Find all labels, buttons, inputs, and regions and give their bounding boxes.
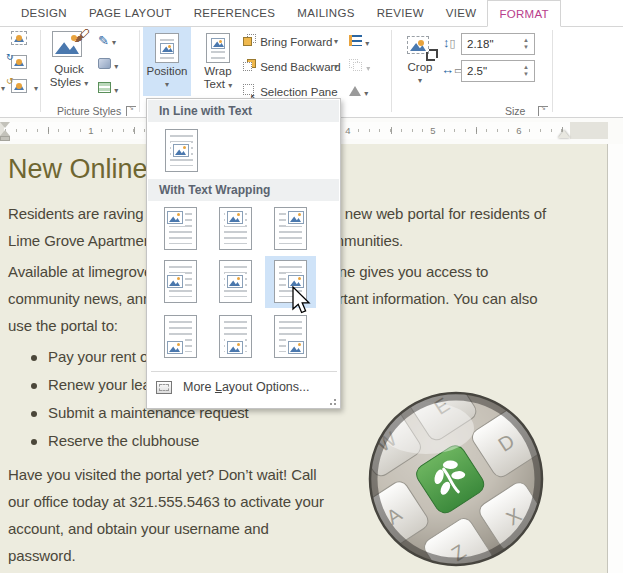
paragraph-line: Have you visited the portal yet? Don’t w…	[8, 466, 317, 483]
shape-height-field[interactable]: 2.18" ▲▼	[461, 33, 535, 55]
send-backward-icon	[243, 59, 257, 71]
picture-border-icon: ✎	[98, 33, 109, 48]
shape-height-icon: ↕▯	[443, 35, 456, 50]
chevron-down-icon: ▾	[228, 81, 232, 90]
picture-styles-dialog-launcher[interactable]	[126, 106, 136, 116]
picture-styles-group-label: Picture Styles	[57, 105, 121, 117]
menu-section-inline: In Line with Text	[148, 100, 339, 122]
right-indent-marker[interactable]	[558, 130, 570, 138]
group-divider	[552, 30, 553, 112]
more-layout-options-item[interactable]: More Layout Options...	[147, 373, 340, 401]
size-group-label: Size	[505, 105, 525, 117]
rotate-objects-button[interactable]: ▾	[349, 82, 368, 102]
chevron-down-icon[interactable]: ▾	[1, 85, 5, 93]
send-backward-button[interactable]: Send Backward	[243, 57, 341, 77]
paragraph-line: our office today at 321.555.5463 to acti…	[8, 493, 324, 510]
shape-width-field[interactable]: 2.5" ▲▼	[461, 60, 535, 82]
group-divider	[391, 30, 392, 112]
ruler-number: 6	[514, 125, 523, 136]
bullet-icon	[31, 439, 37, 445]
height-spinner-arrows[interactable]: ▲▼	[520, 34, 532, 54]
bullet-icon	[31, 355, 37, 361]
bring-forward-button[interactable]: Bring Forward	[243, 32, 332, 52]
ribbon-tab-bar: DESIGN PAGE LAYOUT REFERENCES MAILINGS R…	[0, 0, 623, 27]
quick-styles-button[interactable]: 🖌 Quick Styles ▾	[44, 27, 94, 96]
menu-separator	[151, 371, 337, 372]
position-option-top-right[interactable]	[265, 203, 316, 255]
group-objects-icon	[349, 59, 363, 71]
group-divider	[40, 30, 41, 112]
picture-effects-button[interactable]: ▾	[98, 55, 118, 75]
change-picture-icon[interactable]: ↻	[11, 55, 29, 71]
crop-button[interactable]: Crop ▾	[399, 27, 441, 96]
position-option-bottom-center[interactable]	[210, 311, 261, 363]
bullet-icon	[31, 411, 37, 417]
wrap-text-button[interactable]: Wrap Text ▾	[196, 27, 240, 96]
position-option-top-left[interactable]	[155, 203, 206, 255]
rotate-icon	[349, 86, 361, 96]
paragraph-line: password.	[8, 547, 75, 564]
chevron-down-icon: ▾	[399, 74, 441, 87]
selection-pane-icon: ↖	[243, 84, 257, 96]
crop-icon	[407, 34, 433, 58]
tab-design[interactable]: DESIGN	[10, 0, 78, 26]
align-objects-button[interactable]: ▾	[349, 32, 369, 52]
tab-view[interactable]: VIEW	[435, 0, 488, 26]
position-dropdown-menu: In Line with Text With Text Wrapping Mor…	[146, 98, 341, 409]
word-window: DESIGN PAGE LAYOUT REFERENCES MAILINGS R…	[0, 0, 623, 573]
position-option-middle-left[interactable]	[155, 256, 206, 308]
tab-format[interactable]: FORMAT	[487, 0, 561, 27]
picture-layout-icon	[98, 82, 111, 93]
size-dialog-launcher[interactable]	[538, 106, 548, 116]
chevron-down-icon[interactable]: ▾	[334, 63, 338, 71]
picture-effects-icon	[98, 58, 111, 69]
chevron-down-icon: ▾	[143, 78, 191, 91]
picture-layout-button[interactable]: ▾	[98, 79, 118, 99]
bring-forward-icon	[243, 34, 257, 46]
mouse-cursor	[291, 286, 311, 316]
paragraph-line: account, and obtain your username and	[8, 520, 269, 537]
chevron-down-icon: ▾	[84, 79, 88, 88]
position-button[interactable]: Position ▾	[143, 27, 191, 96]
bullet-icon	[31, 383, 37, 389]
left-indent-marker[interactable]	[0, 136, 10, 141]
paragraph-line: use the portal to:	[8, 317, 118, 334]
tab-mailings[interactable]: MAILINGS	[286, 0, 365, 26]
align-icon	[349, 35, 362, 46]
reset-picture-icon[interactable]: ↺	[11, 79, 29, 95]
position-option-top-center[interactable]	[210, 203, 261, 255]
group-objects-button[interactable]: ▾	[349, 57, 370, 77]
first-line-indent-marker[interactable]	[0, 122, 10, 128]
tab-page-layout[interactable]: PAGE LAYOUT	[78, 0, 183, 26]
bullet-item: Reserve the clubhouse	[48, 432, 199, 449]
brush-icon: 🖌	[74, 27, 90, 45]
menu-section-wrapping: With Text Wrapping	[148, 179, 339, 201]
position-option-bottom-right[interactable]	[265, 311, 316, 363]
ruler-number: 4	[343, 125, 352, 136]
tab-references[interactable]: REFERENCES	[183, 0, 287, 26]
layout-options-icon	[156, 381, 172, 394]
position-option-bottom-left[interactable]	[155, 311, 206, 363]
ruler-number: 1	[86, 125, 95, 136]
keyboard-sphere-image[interactable]: W E D A Z X	[366, 386, 546, 573]
wrap-text-icon	[206, 33, 230, 63]
chevron-down-icon[interactable]: ▾	[34, 85, 38, 93]
ruler-number: 5	[428, 125, 437, 136]
position-option-middle-center[interactable]	[210, 256, 261, 308]
position-icon	[155, 33, 179, 63]
menu-resize-grip[interactable]	[326, 397, 336, 405]
group-divider	[139, 30, 140, 112]
width-spinner-arrows[interactable]: ▲▼	[520, 61, 532, 81]
picture-border-button[interactable]: ✎ ▾	[98, 31, 116, 51]
tab-review[interactable]: REVIEW	[366, 0, 435, 26]
position-option-inline[interactable]	[156, 125, 207, 177]
remove-background-icon[interactable]	[11, 31, 29, 47]
chevron-down-icon[interactable]: ▾	[334, 38, 338, 46]
